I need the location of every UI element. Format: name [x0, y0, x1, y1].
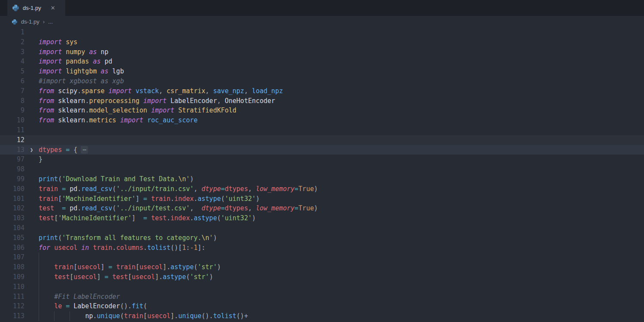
line-number[interactable]: 107: [0, 252, 24, 262]
code-token: [62, 48, 66, 56]
line-number[interactable]: 98: [0, 164, 24, 174]
code-line[interactable]: 98: [0, 164, 644, 174]
code-text: train['MachineIdentifier'] = train.index…: [39, 194, 644, 204]
line-number[interactable]: 103: [0, 213, 24, 223]
fold-chevron-icon[interactable]: ❯: [30, 147, 33, 153]
code-line[interactable]: 109 test[usecol] = test[usecol].astype('…: [0, 272, 644, 282]
line-number[interactable]: 108: [0, 262, 24, 272]
code-line[interactable]: 9from sklearn.model_selection import Str…: [0, 106, 644, 115]
code-line[interactable]: 5import lightgbm as lgb: [0, 67, 644, 76]
code-token: as: [101, 67, 109, 75]
code-token: ()[: [170, 244, 182, 252]
folded-code-ellipsis[interactable]: ⋯: [81, 146, 88, 154]
code-token: usecol: [73, 273, 97, 281]
code-token: pandas: [66, 58, 89, 65]
code-line[interactable]: 10from sklearn.metrics import roc_auc_sc…: [0, 115, 644, 125]
line-number[interactable]: 106: [0, 243, 24, 253]
code-line[interactable]: 3import numpy as np: [0, 47, 644, 57]
code-line[interactable]: 13❯dtypes = {⋯: [0, 145, 644, 155]
breadcrumb-symbol-ellipsis[interactable]: ...: [48, 18, 53, 25]
close-icon[interactable]: ✕: [51, 5, 55, 11]
code-line[interactable]: 111 #Fit LabelEncoder: [0, 292, 644, 302]
code-token: ,: [159, 87, 167, 95]
gutter-fold-column: [24, 57, 39, 67]
indent-guide: [39, 282, 39, 292]
indent-guide: [39, 252, 39, 262]
code-line[interactable]: 7from scipy.sparse import vstack, csr_ma…: [0, 86, 644, 96]
tab-ds-1-py[interactable]: ds-1.py ✕: [7, 0, 65, 16]
code-line[interactable]: 12: [0, 135, 644, 145]
line-number[interactable]: 113: [0, 311, 24, 321]
code-line[interactable]: 113 np.unique(train[usecol].unique().tol…: [0, 311, 644, 321]
line-number[interactable]: 11: [0, 125, 24, 135]
code-line[interactable]: 11: [0, 125, 644, 135]
code-line[interactable]: 8from sklearn.preprocessing import Label…: [0, 96, 644, 106]
code-line[interactable]: 4import pandas as pd: [0, 57, 644, 67]
chevron-right-icon: ›: [43, 18, 45, 25]
line-number[interactable]: 6: [0, 76, 24, 86]
line-number[interactable]: 102: [0, 204, 24, 213]
code-token: numpy: [66, 48, 85, 56]
code-line[interactable]: 112 le = LabelEncoder().fit(: [0, 301, 644, 311]
line-number[interactable]: 110: [0, 282, 24, 292]
code-token: 'MachineIdentifier': [58, 214, 132, 222]
line-number[interactable]: 13: [0, 145, 24, 155]
line-number[interactable]: 3: [0, 47, 24, 57]
line-number[interactable]: 100: [0, 184, 24, 194]
code-line[interactable]: 97}: [0, 155, 644, 164]
line-number[interactable]: 5: [0, 67, 24, 76]
code-token: dtype: [201, 204, 221, 212]
code-token: ': [186, 175, 190, 183]
line-number[interactable]: 112: [0, 301, 24, 311]
line-number[interactable]: 10: [0, 115, 24, 125]
code-text: [39, 135, 644, 145]
line-number[interactable]: 104: [0, 223, 24, 233]
line-number[interactable]: 7: [0, 86, 24, 96]
code-token: =: [62, 204, 66, 212]
line-number[interactable]: 2: [0, 37, 24, 47]
code-text: [39, 252, 644, 262]
code-token: =: [66, 302, 70, 310]
code-line[interactable]: 106for usecol in train.columns.tolist()[…: [0, 243, 644, 253]
breadcrumb: ds-1.py › ...: [0, 16, 644, 27]
line-number[interactable]: 8: [0, 96, 24, 106]
code-token: preprocessing: [89, 97, 139, 105]
line-number[interactable]: 12: [0, 135, 24, 145]
line-number[interactable]: 4: [0, 57, 24, 67]
code-token: sklearn: [58, 116, 85, 124]
code-line[interactable]: 99print('Download Train and Test Data.\n…: [0, 174, 644, 184]
code-line[interactable]: 110: [0, 282, 644, 292]
code-line[interactable]: 107: [0, 252, 644, 262]
breadcrumb-file[interactable]: ds-1.py: [21, 18, 39, 25]
code-text: from scipy.sparse import vstack, csr_mat…: [39, 86, 644, 96]
code-token: [97, 67, 100, 75]
code-line[interactable]: 2import sys: [0, 37, 644, 47]
code-token: [147, 214, 151, 222]
code-token: train: [124, 312, 143, 320]
code-line[interactable]: 100train = pd.read_csv('../input/train.c…: [0, 184, 644, 194]
line-number[interactable]: 99: [0, 174, 24, 184]
code-token: .: [77, 185, 81, 193]
code-line[interactable]: 103test['MachineIdentifier'] = test.inde…: [0, 213, 644, 223]
code-token: test: [54, 273, 70, 281]
line-number[interactable]: 105: [0, 233, 24, 243]
line-number[interactable]: 9: [0, 106, 24, 115]
code-token: LabelEncoder: [170, 97, 217, 105]
code-line[interactable]: 1: [0, 27, 644, 37]
line-number[interactable]: 111: [0, 292, 24, 302]
line-number[interactable]: 97: [0, 155, 24, 164]
code-token: ().: [120, 302, 132, 310]
line-number[interactable]: 101: [0, 194, 24, 204]
code-line[interactable]: 102test = pd.read_csv('../input/test.csv…: [0, 204, 644, 213]
line-number[interactable]: 1: [0, 27, 24, 37]
code-line[interactable]: 104: [0, 223, 644, 233]
code-line[interactable]: 108 train[usecol] = train[usecol].astype…: [0, 262, 644, 272]
code-text: print('Download Train and Test Data.\n'): [39, 174, 644, 184]
code-line[interactable]: 105print('Transform all features to cate…: [0, 233, 644, 243]
code-line[interactable]: 101train['MachineIdentifier'] = train.in…: [0, 194, 644, 204]
code-line[interactable]: 6#import xgboost as xgb: [0, 76, 644, 86]
line-number[interactable]: 109: [0, 272, 24, 282]
code-token: ): [314, 204, 318, 212]
code-token: ): [256, 195, 260, 203]
code-token: :: [186, 244, 190, 252]
